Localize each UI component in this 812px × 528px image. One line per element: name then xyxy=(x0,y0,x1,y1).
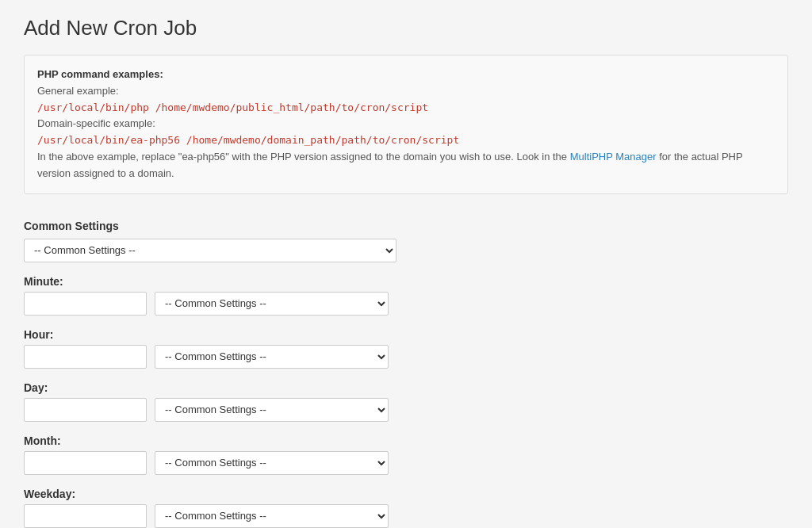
cron-form: Common Settings -- Common Settings -- Mi… xyxy=(24,213,788,528)
weekday-input[interactable] xyxy=(24,504,147,528)
minute-group: Minute: -- Common Settings -- xyxy=(24,275,788,316)
info-note: In the above example, replace "ea-php56"… xyxy=(37,149,775,182)
month-group: Month: -- Common Settings -- xyxy=(24,434,788,475)
php-examples-heading: PHP command examples: xyxy=(37,68,163,80)
domain-code: /usr/local/bin/ea-php56 /home/mwdemo/dom… xyxy=(37,134,459,146)
info-box: PHP command examples: General example: /… xyxy=(24,55,788,194)
domain-label: Domain-specific example: xyxy=(37,116,775,132)
weekday-common-select[interactable]: -- Common Settings -- xyxy=(155,504,389,528)
hour-label: Hour: xyxy=(24,328,788,341)
day-row: -- Common Settings -- xyxy=(24,398,788,422)
hour-group: Hour: -- Common Settings -- xyxy=(24,328,788,369)
common-settings-select[interactable]: -- Common Settings -- xyxy=(24,239,396,262)
month-row: -- Common Settings -- xyxy=(24,451,788,475)
note-prefix: In the above example, replace "ea-php56"… xyxy=(37,151,570,163)
month-label: Month: xyxy=(24,434,788,447)
minute-common-select[interactable]: -- Common Settings -- xyxy=(155,292,389,316)
month-common-select[interactable]: -- Common Settings -- xyxy=(155,451,389,475)
general-label: General example: xyxy=(37,83,775,100)
weekday-group: Weekday: -- Common Settings -- xyxy=(24,488,788,528)
common-settings-group: Common Settings -- Common Settings -- xyxy=(24,220,788,262)
day-common-select[interactable]: -- Common Settings -- xyxy=(155,398,389,422)
day-input[interactable] xyxy=(24,398,147,422)
minute-label: Minute: xyxy=(24,275,788,288)
month-input[interactable] xyxy=(24,451,147,475)
multiphp-link[interactable]: MultiPHP Manager xyxy=(570,151,657,163)
page-title: Add New Cron Job xyxy=(24,16,788,40)
day-group: Day: -- Common Settings -- xyxy=(24,381,788,422)
minute-input[interactable] xyxy=(24,292,147,316)
hour-common-select[interactable]: -- Common Settings -- xyxy=(155,345,389,369)
hour-row: -- Common Settings -- xyxy=(24,345,788,369)
minute-row: -- Common Settings -- xyxy=(24,292,788,316)
hour-input[interactable] xyxy=(24,345,147,369)
day-label: Day: xyxy=(24,381,788,394)
general-code: /usr/local/bin/php /home/mwdemo/public_h… xyxy=(37,101,428,113)
weekday-label: Weekday: xyxy=(24,488,788,500)
common-settings-label: Common Settings xyxy=(24,220,788,232)
weekday-row: -- Common Settings -- xyxy=(24,504,788,528)
